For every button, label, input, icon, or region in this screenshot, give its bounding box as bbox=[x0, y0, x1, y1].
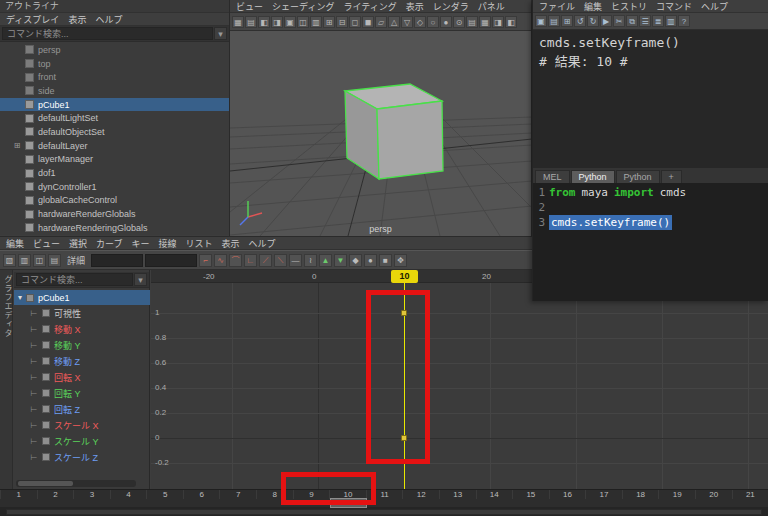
viewport-tool-icon[interactable]: ▣ bbox=[284, 16, 296, 28]
frame-number[interactable]: 12 bbox=[402, 490, 439, 499]
graph-tool-icon[interactable]: ▤ bbox=[48, 254, 61, 267]
script-editor-menu-item[interactable]: 編集 bbox=[584, 0, 602, 13]
graph-tool-icon[interactable]: ▥ bbox=[18, 254, 31, 267]
scrollbar-thumb[interactable] bbox=[18, 481, 73, 486]
frame-number[interactable]: 7 bbox=[219, 490, 256, 499]
viewport-menu-item[interactable]: パネル bbox=[478, 0, 505, 13]
collapse-arrow-icon[interactable]: ▾ bbox=[18, 293, 22, 302]
script-tool-icon[interactable]: ▥ bbox=[665, 15, 677, 27]
viewport-tool-icon[interactable]: ◫ bbox=[297, 16, 309, 28]
cube-object[interactable] bbox=[345, 84, 443, 179]
current-frame-marker[interactable]: 10 bbox=[330, 498, 367, 508]
graph-tool-icon[interactable]: ◫ bbox=[33, 254, 46, 267]
range-slider[interactable] bbox=[0, 507, 768, 516]
viewport-tool-icon[interactable]: ● bbox=[440, 16, 452, 28]
search-input[interactable]: コマンド検索... bbox=[2, 27, 213, 40]
outliner-menu-item[interactable]: 表示 bbox=[68, 13, 86, 26]
graph-editor-tab[interactable]: グラフエディタ bbox=[2, 275, 13, 338]
graph-editor-menu-item[interactable]: ヘルプ bbox=[249, 237, 276, 250]
channel-row[interactable]: ⊢ 回転 Z bbox=[14, 401, 150, 417]
viewport-tool-icon[interactable]: ○ bbox=[427, 16, 439, 28]
outliner-item[interactable]: ⊞ defaultLayer bbox=[0, 139, 229, 153]
frame-number[interactable]: 17 bbox=[585, 490, 622, 499]
frame-number[interactable]: 21 bbox=[732, 490, 768, 499]
graph-editor-menu-item[interactable]: 接線 bbox=[159, 237, 177, 250]
viewport-menu-item[interactable]: ライティング bbox=[343, 0, 396, 13]
graph-editor-menu-item[interactable]: ビュー bbox=[33, 237, 60, 250]
viewport-tool-icon[interactable]: ⊙ bbox=[453, 16, 465, 28]
channel-row[interactable]: ⊢ 移動 X bbox=[14, 321, 150, 337]
graph-editor-menu-item[interactable]: 編集 bbox=[6, 237, 24, 250]
script-tab[interactable]: Python bbox=[616, 170, 660, 183]
frame-number[interactable]: 1 bbox=[0, 490, 37, 499]
frame-number[interactable]: 6 bbox=[183, 490, 220, 499]
outliner-item[interactable]: defaultLightSet bbox=[0, 111, 229, 125]
key-tool-icon[interactable]: ✥ bbox=[394, 254, 407, 267]
script-input-area[interactable]: 1 from maya import cmds 2 3 cmds.setKeyf… bbox=[533, 183, 768, 301]
tangent-tool-icon[interactable]: — bbox=[289, 254, 302, 267]
viewport-tool-icon[interactable]: ▦ bbox=[232, 16, 244, 28]
expand-icon[interactable]: ⊞ bbox=[13, 141, 21, 150]
outliner-item[interactable]: hardwareRenderGlobals bbox=[0, 207, 229, 221]
current-time-tag[interactable]: 10 bbox=[391, 270, 418, 283]
viewport-menu-item[interactable]: ビュー bbox=[236, 0, 263, 13]
key-tool-icon[interactable]: ▼ bbox=[334, 254, 347, 267]
frame-number[interactable]: 14 bbox=[476, 490, 513, 499]
tangent-tool-icon[interactable]: ≀ bbox=[304, 254, 317, 267]
script-tab[interactable]: MEL bbox=[535, 170, 570, 183]
frame-number[interactable]: 19 bbox=[658, 490, 695, 499]
frame-number[interactable]: 9 bbox=[293, 490, 330, 499]
viewport-tool-icon[interactable]: ▤ bbox=[245, 16, 257, 28]
script-tool-icon[interactable]: ↻ bbox=[587, 15, 599, 27]
channel-row[interactable]: ⊢ 可視性 bbox=[14, 305, 150, 321]
viewport-tool-icon[interactable]: ▤ bbox=[466, 16, 478, 28]
outliner-item[interactable]: dynController1 bbox=[0, 180, 229, 194]
script-editor-menu-item[interactable]: ヒストリ bbox=[611, 0, 647, 13]
frame-number[interactable]: 4 bbox=[110, 490, 147, 499]
search-input[interactable]: コマンド検索... bbox=[16, 273, 133, 286]
viewport-tool-icon[interactable]: ◨ bbox=[271, 16, 283, 28]
time-slider[interactable]: 123456789101112131415161718192021 10 bbox=[0, 489, 768, 507]
viewport-tool-icon[interactable]: ◧ bbox=[258, 16, 270, 28]
frame-number[interactable]: 3 bbox=[73, 490, 110, 499]
channel-row[interactable]: ⊢ スケール X bbox=[14, 417, 150, 433]
viewport-menu-item[interactable]: シェーディング bbox=[272, 0, 334, 13]
frame-number[interactable]: 2 bbox=[37, 490, 74, 499]
graph-tool-icon[interactable]: ▧ bbox=[3, 254, 16, 267]
tangent-tool-icon[interactable]: ∟ bbox=[244, 254, 257, 267]
graph-editor-menu-item[interactable]: キー bbox=[132, 237, 150, 250]
script-tool-icon[interactable]: ↺ bbox=[574, 15, 586, 27]
script-tool-icon[interactable]: ☰ bbox=[639, 15, 651, 27]
viewport-canvas[interactable]: persp bbox=[230, 31, 531, 236]
frame-number[interactable]: 5 bbox=[146, 490, 183, 499]
viewport-tool-icon[interactable]: ▥ bbox=[310, 16, 322, 28]
tangent-tool-icon[interactable]: ∿ bbox=[214, 254, 227, 267]
frame-number[interactable]: 11 bbox=[366, 490, 403, 499]
script-tab[interactable]: + bbox=[661, 170, 682, 183]
script-output-area[interactable]: cmds.setKeyframe() # 結果: 10 # bbox=[533, 30, 768, 168]
viewport-tool-icon[interactable]: ◧ bbox=[505, 16, 517, 28]
channel-row[interactable]: ⊢ 回転 Y bbox=[14, 385, 150, 401]
viewport-tool-icon[interactable]: ▦ bbox=[479, 16, 491, 28]
viewport-tool-icon[interactable]: △ bbox=[388, 16, 400, 28]
frame-number[interactable]: 13 bbox=[439, 490, 476, 499]
graph-editor-menu-item[interactable]: リスト bbox=[186, 237, 213, 250]
tangent-tool-icon[interactable]: ⌒ bbox=[229, 254, 242, 267]
script-editor-menu-item[interactable]: ヘルプ bbox=[701, 0, 728, 13]
tree-root-pcube1[interactable]: ▾ pCube1 bbox=[14, 290, 150, 305]
tangent-tool-icon[interactable]: ⌐ bbox=[199, 254, 212, 267]
channel-scrollbar[interactable] bbox=[16, 480, 136, 487]
viewport-tool-icon[interactable]: ◇ bbox=[414, 16, 426, 28]
channel-row[interactable]: ⊢ スケール Z bbox=[14, 449, 150, 465]
graph-editor-menu-item[interactable]: 選択 bbox=[69, 237, 87, 250]
stat-field-time[interactable] bbox=[91, 254, 143, 267]
outliner-item[interactable]: front bbox=[0, 70, 229, 84]
viewport-tool-icon[interactable]: ◻ bbox=[349, 16, 361, 28]
key-tool-icon[interactable]: ◆ bbox=[349, 254, 362, 267]
curve-plot-area[interactable]: 10.80.60.40.20-0.2 -20020 10 bbox=[151, 270, 768, 489]
key-tool-icon[interactable]: ▲ bbox=[319, 254, 332, 267]
viewport-tool-icon[interactable]: ⊟ bbox=[336, 16, 348, 28]
script-editor-menu-item[interactable]: ファイル bbox=[539, 0, 575, 13]
tangent-tool-icon[interactable]: ⟍ bbox=[274, 254, 287, 267]
outliner-menu-item[interactable]: ディスプレイ bbox=[6, 13, 59, 26]
